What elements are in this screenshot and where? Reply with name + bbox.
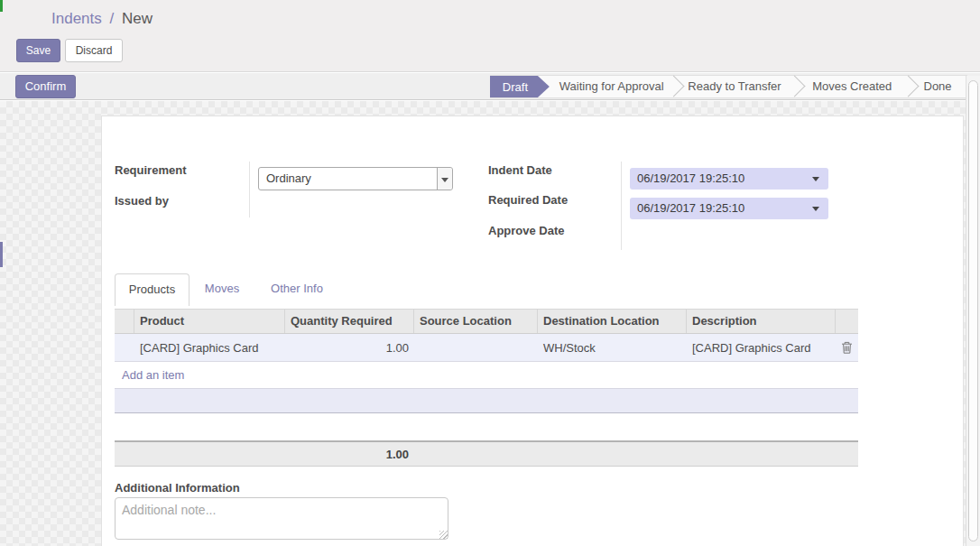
indent-date-value: 06/19/2017 19:25:10 — [637, 171, 744, 185]
requirement-label: Requirement — [115, 163, 186, 177]
breadcrumb-current: New — [122, 10, 153, 27]
handle-column-header — [115, 310, 134, 333]
tab-other-info[interactable]: Other Info — [264, 273, 329, 306]
status-step-waiting-for-approval[interactable]: Waiting for Approval — [550, 76, 674, 97]
requirement-select[interactable]: Ordinary — [258, 167, 453, 190]
destination-location-column-header: Destination Location — [538, 310, 687, 333]
table-row[interactable]: [CARD] Graphics Card 1.00 WH/Stock [CARD… — [115, 334, 858, 362]
source-location-column-header: Source Location — [414, 310, 538, 333]
window-edge-green-mark — [0, 0, 3, 12]
window-edge-purple-strip — [0, 242, 3, 267]
status-strip: Confirm Draft Waiting for Approval Ready… — [0, 73, 980, 100]
cell-destination-location: WH/Stock — [538, 341, 687, 355]
approve-date-label: Approve Date — [488, 224, 565, 237]
issued-by-label: Issued by — [115, 194, 169, 208]
cell-product: [CARD] Graphics Card — [134, 341, 285, 355]
caret-down-icon — [441, 178, 448, 182]
textarea-resize-grip[interactable] — [439, 531, 448, 539]
save-button[interactable]: Save — [16, 39, 60, 62]
row-delete-cell — [836, 339, 858, 356]
caret-down-icon — [812, 177, 819, 181]
field-separator-line — [621, 162, 622, 250]
breadcrumb: Indents / New — [51, 10, 153, 28]
add-an-item-link[interactable]: Add an item — [115, 368, 184, 382]
required-date-value: 06/19/2017 19:25:10 — [637, 201, 744, 215]
status-step-ready-to-transfer[interactable]: Ready to Transfer — [674, 76, 796, 97]
additional-information-label: Additional Information — [115, 481, 240, 495]
issued-by-field[interactable] — [258, 196, 453, 214]
additional-note-textarea[interactable] — [115, 497, 448, 540]
table-header-row: Product Quantity Required Source Locatio… — [115, 309, 858, 334]
statusbar: Draft Waiting for Approval Ready to Tran… — [490, 75, 967, 98]
status-step-done[interactable]: Done — [909, 76, 966, 97]
status-step-moves-created[interactable]: Moves Created — [795, 76, 909, 97]
top-bar: Indents / New Save Discard — [0, 0, 980, 72]
cell-quantity-required: 1.00 — [285, 341, 414, 355]
trash-icon[interactable] — [841, 341, 853, 354]
cell-description: [CARD] Graphics Card — [687, 341, 836, 355]
indent-date-field[interactable]: 06/19/2017 19:25:10 — [630, 168, 828, 190]
table-total-row: 1.00 — [115, 440, 858, 467]
empty-highlight-row — [115, 388, 858, 413]
breadcrumb-separator: / — [106, 10, 118, 27]
required-date-label: Required Date — [488, 193, 568, 207]
scrollbar-thumb[interactable] — [968, 80, 978, 541]
approve-date-field[interactable] — [630, 227, 828, 245]
requirement-select-value: Ordinary — [266, 171, 311, 185]
notebook-tabs: Products Moves Other Info — [102, 273, 963, 306]
quantity-column-header: Quantity Required — [285, 310, 414, 333]
add-item-row: Add an item — [115, 362, 858, 388]
vertical-scrollbar — [966, 76, 980, 546]
field-separator-line — [249, 162, 250, 217]
products-table: Product Quantity Required Source Locatio… — [115, 309, 858, 413]
tab-products[interactable]: Products — [115, 273, 190, 306]
delete-column-header — [836, 310, 858, 333]
description-column-header: Description — [687, 310, 836, 333]
required-date-field[interactable]: 06/19/2017 19:25:10 — [630, 198, 828, 219]
product-column-header: Product — [134, 310, 285, 333]
breadcrumb-indents-link[interactable]: Indents — [51, 10, 102, 27]
confirm-button[interactable]: Confirm — [15, 75, 76, 98]
status-step-draft[interactable]: Draft — [490, 76, 550, 97]
tab-moves[interactable]: Moves — [192, 273, 252, 306]
select-dropdown-button — [437, 168, 452, 190]
form-sheet: Requirement Issued by Ordinary Indent Da… — [101, 116, 964, 546]
discard-button[interactable]: Discard — [65, 39, 123, 62]
total-quantity-value: 1.00 — [115, 448, 414, 461]
caret-down-icon — [812, 207, 819, 211]
indent-date-label: Indent Date — [488, 163, 552, 177]
